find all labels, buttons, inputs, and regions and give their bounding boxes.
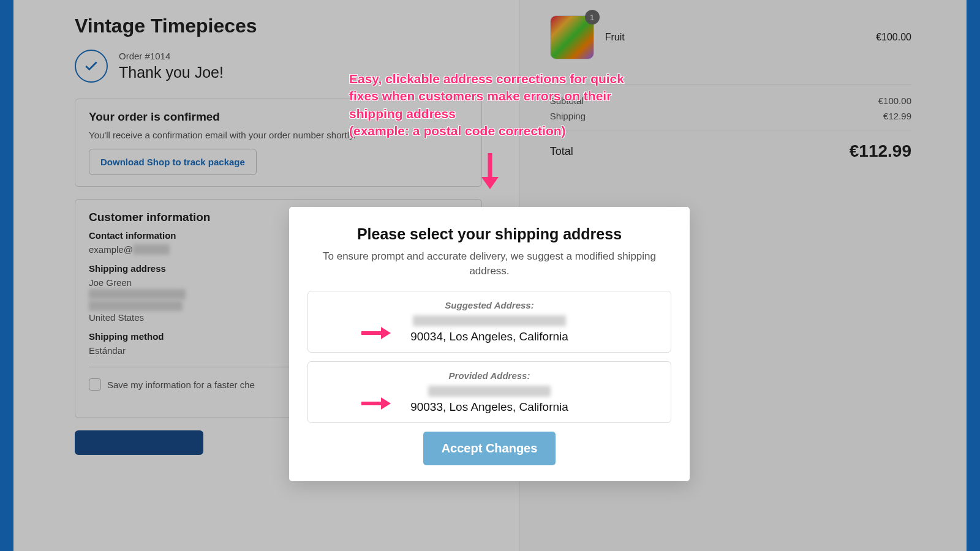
annotation-arrow-icon <box>478 150 502 195</box>
subtotal-value: €100.00 <box>878 96 911 106</box>
store-name: Vintage Timepieces <box>75 15 482 37</box>
cart-item-name: Fruit <box>605 32 865 43</box>
arrow-right-icon <box>360 396 392 413</box>
suggested-address-label: Suggested Address: <box>317 300 662 310</box>
check-circle-icon <box>75 50 108 83</box>
modal-title: Please select your shipping address <box>307 225 671 243</box>
save-info-checkbox[interactable] <box>89 378 101 391</box>
provided-address-line1: . <box>317 386 662 397</box>
suggested-address-line1: . <box>317 315 662 326</box>
order-number: Order #1014 <box>119 51 224 61</box>
cart-item-price: €100.00 <box>876 32 911 43</box>
save-info-label: Save my information for a faster che <box>107 380 255 390</box>
shipping-value: €12.99 <box>883 111 911 121</box>
total-label: Total <box>550 145 573 158</box>
cart-item-qty-badge: 1 <box>585 10 600 24</box>
accept-changes-button[interactable]: Accept Changes <box>423 432 556 465</box>
cart-item-thumbnail: 1 <box>550 15 594 59</box>
provided-address-option[interactable]: Provided Address: . 90033, Los Angeles, … <box>307 361 671 423</box>
modal-subtitle: To ensure prompt and accurate delivery, … <box>307 249 671 279</box>
address-selection-modal: Please select your shipping address To e… <box>289 207 690 481</box>
continue-button[interactable] <box>75 430 203 455</box>
order-thanks: Thank you Joe! <box>119 64 224 81</box>
annotation-text: Easy, clickable address corrections for … <box>349 70 655 140</box>
download-shop-button[interactable]: Download Shop to track package <box>89 149 257 175</box>
arrow-right-icon <box>360 326 392 343</box>
total-value: €112.99 <box>850 141 911 161</box>
provided-address-label: Provided Address: <box>317 370 662 381</box>
suggested-address-option[interactable]: Suggested Address: . 90034, Los Angeles,… <box>307 291 671 353</box>
cart-item: 1 Fruit €100.00 <box>550 15 911 59</box>
